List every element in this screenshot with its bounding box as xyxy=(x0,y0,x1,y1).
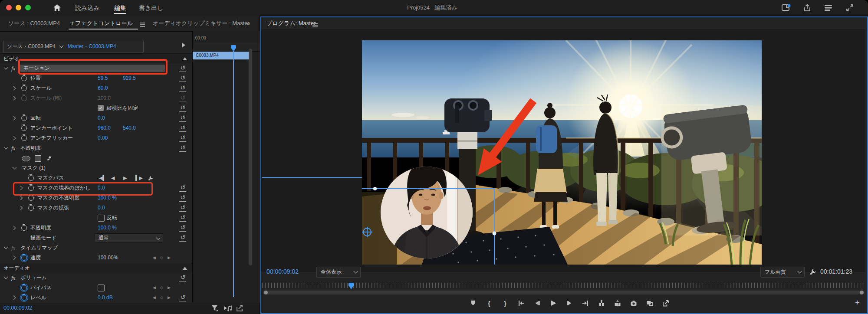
expand-chevron-icon[interactable] xyxy=(12,296,16,300)
row-バイパス[interactable]: バイパス◀◇▶ xyxy=(0,283,192,293)
row-ボリューム[interactable]: fxボリューム↺ xyxy=(0,273,192,283)
prop-value-y[interactable]: 929.5 xyxy=(123,73,136,83)
reset-parameter-icon[interactable]: ↺ xyxy=(179,273,186,281)
expand-chevron-icon[interactable] xyxy=(12,116,16,121)
row-スケール[interactable]: スケール60.0↺ xyxy=(0,83,192,94)
export-button[interactable] xyxy=(661,299,670,307)
program-playhead-marker[interactable] xyxy=(349,285,354,289)
panel-menu-icon[interactable] xyxy=(312,22,318,28)
workspace-icon[interactable] xyxy=(781,3,791,12)
row-不透明度[interactable]: 不透明度100.0 %↺ xyxy=(0,223,192,233)
collapse-section-icon[interactable] xyxy=(183,267,187,270)
reset-parameter-icon[interactable]: ↺ xyxy=(179,133,186,142)
reset-parameter-icon[interactable]: ↺ xyxy=(179,293,186,301)
prop-value-y[interactable]: 540.0 xyxy=(123,123,136,133)
row-速度[interactable]: 速度100.00%◀◇▶ xyxy=(0,253,192,263)
tab-source-monitor[interactable]: ソース : C0003.MP4 xyxy=(8,16,60,31)
chevron-down-icon[interactable] xyxy=(4,145,8,150)
settings-wrench-icon[interactable] xyxy=(809,268,817,277)
step-forward-button[interactable] xyxy=(565,299,574,307)
prop-value[interactable]: 960.0 xyxy=(98,123,111,133)
ellipse-mask-tool-icon[interactable] xyxy=(22,156,30,161)
chevron-down-icon[interactable] xyxy=(4,275,8,279)
reset-parameter-icon[interactable]: ↺ xyxy=(179,213,186,222)
lift-button[interactable] xyxy=(597,299,606,307)
mask-nav-icon[interactable]: ◀▍ xyxy=(99,173,106,183)
reset-parameter-icon[interactable]: ↺ xyxy=(179,203,186,212)
play-button[interactable] xyxy=(549,299,558,307)
row-アンカーポイント[interactable]: アンカーポイント960.0540.0↺ xyxy=(0,123,192,134)
collapse-section-icon[interactable] xyxy=(183,57,187,60)
expand-chevron-icon[interactable] xyxy=(19,196,23,200)
reset-parameter-icon[interactable]: ↺ xyxy=(179,63,186,72)
add-keyframe-icon[interactable]: ◇ xyxy=(160,253,163,263)
fullscreen-icon[interactable] xyxy=(845,3,855,12)
stopwatch-icon[interactable] xyxy=(28,185,34,191)
chevron-down-icon[interactable] xyxy=(4,65,8,70)
add-keyframe-icon[interactable]: ◇ xyxy=(160,283,163,293)
add-marker-button[interactable] xyxy=(469,299,477,307)
stopwatch-icon[interactable] xyxy=(28,175,34,181)
reset-parameter-icon[interactable]: ↺ xyxy=(179,103,186,112)
prop-value[interactable]: 100.0 % xyxy=(98,223,117,233)
play-audio-icon[interactable] xyxy=(223,304,233,313)
stopwatch-icon[interactable] xyxy=(21,285,27,291)
row-マスクの不透明度[interactable]: マスクの不透明度100.0 %↺ xyxy=(0,193,192,203)
mark-out-button[interactable]: } xyxy=(501,299,510,307)
reset-parameter-icon[interactable]: ↺ xyxy=(179,93,186,102)
prop-value[interactable]: 100.0 % xyxy=(98,193,117,203)
reset-parameter-icon[interactable]: ↺ xyxy=(179,223,186,232)
reset-parameter-icon[interactable]: ↺ xyxy=(179,193,186,202)
stopwatch-icon[interactable] xyxy=(21,95,27,101)
row-タイムリマップ[interactable]: fxタイムリマップ xyxy=(0,243,192,253)
program-timecode[interactable]: 00:00:09:02 xyxy=(266,268,299,275)
workspaces-menu-icon[interactable] xyxy=(824,4,834,13)
prev-keyframe-icon[interactable]: ◀ xyxy=(153,253,156,263)
row-スケール (幅)[interactable]: スケール (幅)100.0↺ xyxy=(0,93,192,104)
rect-mask-tool-icon[interactable] xyxy=(35,155,41,162)
expand-chevron-icon[interactable] xyxy=(12,256,16,260)
next-keyframe-icon[interactable]: ▶ xyxy=(168,283,171,293)
reset-parameter-icon[interactable]: ↺ xyxy=(179,233,186,242)
row-不透明度[interactable]: fx不透明度↺ xyxy=(0,143,192,154)
prev-keyframe-icon[interactable]: ◀ xyxy=(153,293,156,303)
stopwatch-icon[interactable] xyxy=(28,195,34,201)
tab-export[interactable]: 書き出し xyxy=(139,0,164,16)
filter-properties-icon[interactable] xyxy=(211,304,219,313)
step-back-button[interactable] xyxy=(533,299,542,307)
prop-value[interactable]: 0.0 xyxy=(98,203,105,213)
play-around-icon[interactable] xyxy=(182,43,185,48)
minimize-window-button[interactable] xyxy=(16,5,21,10)
prev-keyframe-icon[interactable]: ◀ xyxy=(153,283,156,293)
clip-selector[interactable]: ソース・C0003.MP4 Master・C0003.MP4 xyxy=(3,41,144,52)
close-window-button[interactable] xyxy=(6,5,12,10)
scroll-knob-left[interactable] xyxy=(264,291,268,294)
scroll-knob-right[interactable] xyxy=(860,291,864,294)
mini-clip-bar[interactable]: C0003.MP4 xyxy=(193,52,250,59)
mask-nav-icon[interactable]: ◀ xyxy=(111,173,115,183)
zoom-level-select[interactable]: 全体表示 xyxy=(316,267,361,278)
next-keyframe-icon[interactable]: ▶ xyxy=(168,293,171,303)
blend-mode-select[interactable]: 通常 xyxy=(95,233,163,242)
stopwatch-icon[interactable] xyxy=(21,135,27,141)
row-回転[interactable]: 回転0.0↺ xyxy=(0,113,192,124)
tab-import[interactable]: 読み込み xyxy=(75,0,100,16)
export-frame-button[interactable] xyxy=(629,299,638,307)
prop-value[interactable]: 100.00% xyxy=(98,253,118,263)
row-反転[interactable]: 反転↺ xyxy=(0,213,192,223)
playback-quality-select[interactable]: フル画質 xyxy=(760,267,805,278)
mark-in-button[interactable]: { xyxy=(485,299,493,307)
stopwatch-icon[interactable] xyxy=(21,125,27,131)
chevron-down-icon[interactable] xyxy=(13,165,17,170)
extract-button[interactable] xyxy=(613,299,622,307)
mini-playhead-marker[interactable] xyxy=(231,48,236,52)
row-モーション[interactable]: fxモーション↺ xyxy=(0,63,192,74)
tab-audio-clip-mixer[interactable]: オーディオクリップミキサー : Master xyxy=(153,16,250,31)
row-位置[interactable]: 位置59.5929.5↺ xyxy=(0,73,192,84)
prop-value[interactable]: 0.0 dB xyxy=(98,293,113,303)
go-to-in-button[interactable] xyxy=(517,299,526,307)
tab-overflow-chevron[interactable]: » xyxy=(247,16,250,31)
export-attributes-icon[interactable] xyxy=(236,304,244,313)
checkbox[interactable] xyxy=(98,285,105,291)
reset-parameter-icon[interactable]: ↺ xyxy=(179,123,186,132)
